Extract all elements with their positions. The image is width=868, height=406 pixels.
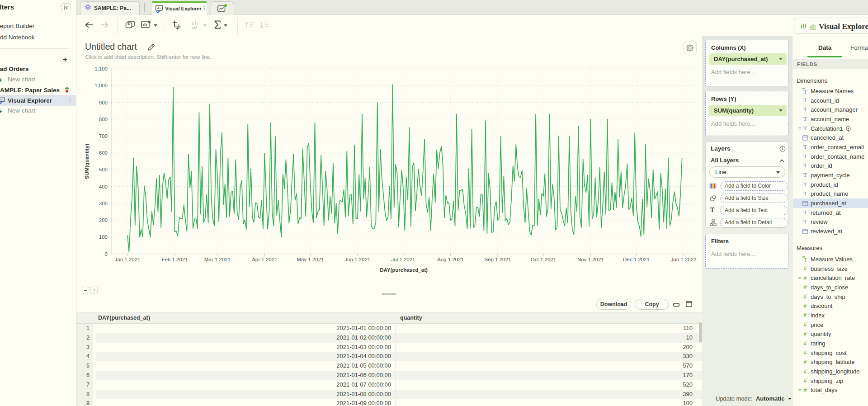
svg-text:1,100: 1,100	[94, 66, 108, 71]
svg-text:800: 800	[99, 117, 108, 122]
svg-text:Apr 1 2021: Apr 1 2021	[252, 257, 277, 262]
svg-text:SUM(quantity): SUM(quantity)	[84, 144, 90, 179]
svg-text:200: 200	[99, 217, 108, 223]
svg-text:Jun 1 2021: Jun 1 2021	[344, 257, 370, 262]
svg-text:0: 0	[105, 251, 108, 257]
svg-text:Oct 1 2021: Oct 1 2021	[531, 257, 556, 262]
svg-text:DAY(purchased_at): DAY(purchased_at)	[380, 267, 428, 273]
svg-text:Nov 1 2021: Nov 1 2021	[577, 257, 604, 262]
svg-text:Jan 1 2021: Jan 1 2021	[115, 257, 141, 262]
svg-text:Mar 1 2021: Mar 1 2021	[204, 257, 231, 262]
svg-text:500: 500	[99, 167, 108, 172]
svg-text:300: 300	[99, 201, 108, 206]
svg-text:Dec 1 2021: Dec 1 2021	[623, 257, 650, 262]
svg-text:May 1 2021: May 1 2021	[297, 257, 324, 262]
svg-text:400: 400	[99, 184, 108, 189]
svg-text:T: T	[804, 257, 807, 263]
svg-text:1,000: 1,000	[94, 83, 108, 88]
svg-text:100: 100	[99, 234, 108, 240]
svg-text:900: 900	[99, 100, 108, 105]
svg-text:700: 700	[99, 133, 108, 139]
svg-text:Jul 1 2021: Jul 1 2021	[391, 257, 415, 262]
svg-text:Jan 1 2022: Jan 1 2022	[671, 257, 697, 262]
svg-text:Sep 1 2021: Sep 1 2021	[484, 257, 511, 262]
svg-text:Aug 1 2021: Aug 1 2021	[437, 257, 464, 262]
svg-text:600: 600	[99, 150, 108, 156]
svg-text:T: T	[803, 89, 807, 94]
svg-text:Feb 1 2021: Feb 1 2021	[161, 257, 188, 262]
